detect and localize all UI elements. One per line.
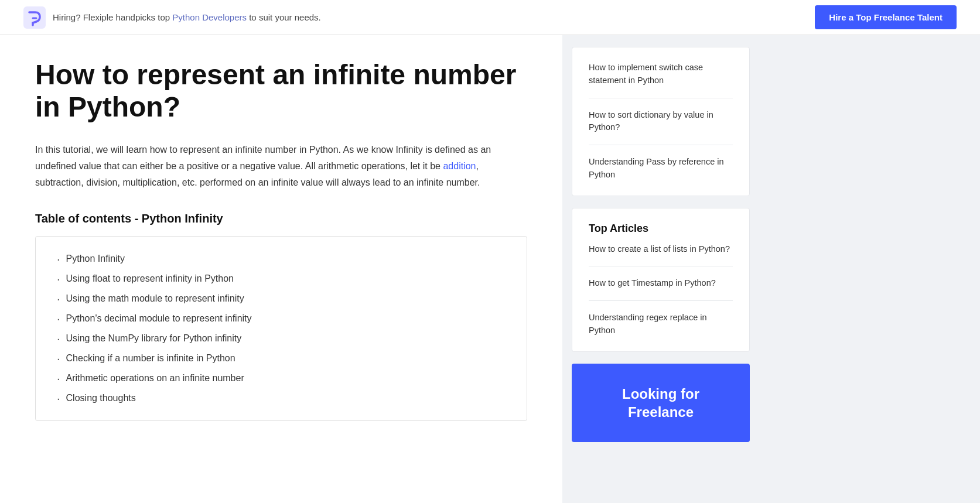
toc-list: Python InfinityUsing float to represent … — [57, 253, 506, 404]
toc-item[interactable]: Python Infinity — [57, 253, 506, 265]
top-banner: Hiring? Flexiple handpicks top Python De… — [0, 0, 980, 35]
python-developers-link[interactable]: Python Developers — [172, 12, 247, 22]
article-intro: In this tutorial, we will learn how to r… — [35, 142, 527, 191]
toc-item[interactable]: Using float to represent infinity in Pyt… — [57, 273, 506, 285]
related-link[interactable]: How to sort dictionary by value in Pytho… — [589, 98, 733, 146]
banner-text: Hiring? Flexiple handpicks top Python De… — [53, 12, 321, 22]
addition-link[interactable]: addition — [443, 161, 476, 171]
banner-left: Hiring? Flexiple handpicks top Python De… — [23, 6, 321, 29]
top-article-link[interactable]: How to get Timestamp in Python? — [589, 266, 733, 301]
toc-box: Python InfinityUsing float to represent … — [35, 236, 527, 421]
toc-item[interactable]: Closing thoughts — [57, 392, 506, 404]
toc-heading: Table of contents - Python Infinity — [35, 212, 527, 225]
toc-item[interactable]: Checking if a number is infinite in Pyth… — [57, 353, 506, 364]
related-link[interactable]: Understanding Pass by reference in Pytho… — [589, 145, 733, 182]
main-layout: How to represent an infinite number in P… — [0, 35, 980, 503]
top-articles-list: How to create a list of lists in Python?… — [589, 243, 733, 337]
content-area: How to represent an infinite number in P… — [0, 35, 562, 503]
toc-item[interactable]: Python's decimal module to represent inf… — [57, 313, 506, 324]
freelance-cta-card[interactable]: Looking for Freelance — [572, 364, 750, 442]
toc-item[interactable]: Using the math module to represent infin… — [57, 293, 506, 304]
related-link[interactable]: How to implement switch case statement i… — [589, 61, 733, 98]
top-articles-title: Top Articles — [589, 223, 733, 235]
article-title: How to represent an infinite number in P… — [35, 59, 527, 123]
toc-item[interactable]: Arithmetic operations on an infinite num… — [57, 372, 506, 384]
sidebar: How to implement switch case statement i… — [562, 35, 762, 503]
flexiple-logo — [23, 6, 46, 29]
top-article-link[interactable]: Understanding regex replace in Python — [589, 301, 733, 337]
hire-talent-button[interactable]: Hire a Top Freelance Talent — [815, 5, 957, 29]
top-article-link[interactable]: How to create a list of lists in Python? — [589, 243, 733, 267]
toc-item[interactable]: Using the NumPy library for Python infin… — [57, 333, 506, 344]
freelance-cta-text: Looking for Freelance — [588, 385, 733, 421]
related-links-list: How to implement switch case statement i… — [589, 61, 733, 182]
related-links-card: How to implement switch case statement i… — [572, 47, 750, 196]
top-articles-card: Top Articles How to create a list of lis… — [572, 208, 750, 352]
